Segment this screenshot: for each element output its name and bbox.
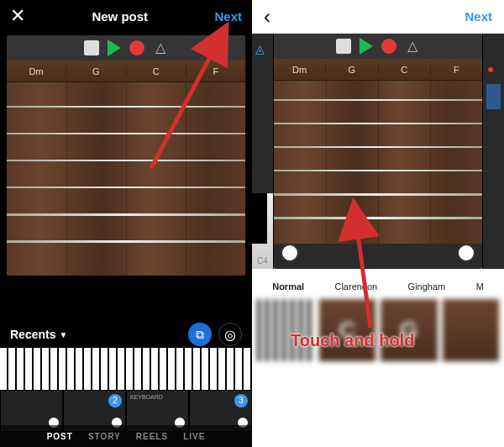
- next-button[interactable]: Next: [214, 9, 242, 24]
- fretboard: [274, 81, 482, 244]
- right-header: ‹ Next: [252, 0, 504, 34]
- transport-controls: [274, 34, 482, 59]
- chord-label: G: [66, 66, 126, 76]
- record-icon[interactable]: [129, 40, 144, 55]
- album-picker-bar: Recents ▼: [0, 321, 252, 348]
- selection-badge: 3: [234, 394, 248, 408]
- annotation-text: Touch and hold: [291, 331, 414, 350]
- chord-label: Dm: [7, 66, 66, 76]
- tab-reels[interactable]: REELS: [136, 432, 168, 441]
- stop-icon[interactable]: [84, 40, 99, 55]
- guitar-preview: Dm G C F: [7, 35, 245, 276]
- keyboard-label: KEYBOARD: [130, 394, 163, 400]
- next-media-peek[interactable]: [482, 34, 504, 269]
- volume-knob-icon[interactable]: [281, 244, 299, 262]
- filter-thumb[interactable]: G: [381, 299, 438, 361]
- track-region: [486, 84, 501, 109]
- gallery: 2 KEYBOARD 3 POST STORY REELS LIVE: [0, 348, 252, 447]
- multi-select-icon[interactable]: [188, 323, 212, 346]
- media-preview[interactable]: Dm G C F: [7, 35, 245, 276]
- tab-post[interactable]: POST: [47, 432, 73, 441]
- filter-labels: Normal Clarendon Gingham M: [252, 274, 504, 299]
- chord-label: C: [127, 66, 186, 76]
- transport-controls: [7, 35, 245, 60]
- record-dot-icon: [488, 67, 493, 72]
- chord-label: F: [431, 65, 482, 75]
- prev-media-peek[interactable]: ◬ C4: [252, 34, 274, 269]
- volume-knob-icon[interactable]: [457, 244, 475, 262]
- note-label: C4: [257, 256, 268, 266]
- filter-label-gingham[interactable]: Gingham: [408, 281, 446, 292]
- right-phone: ‹ Next ◬ C4 Dm G C: [252, 0, 504, 447]
- left-phone: ✕ New post Next Dm G C F: [0, 0, 252, 447]
- stop-icon[interactable]: [336, 39, 351, 54]
- chord-label: Dm: [274, 65, 326, 75]
- tuner-icon: ◬: [255, 42, 265, 55]
- chord-label: C: [379, 65, 431, 75]
- chord-bar: Dm G C F: [7, 60, 245, 82]
- filter-preview[interactable]: ◬ C4 Dm G C F: [252, 34, 504, 269]
- metronome-icon[interactable]: [153, 40, 168, 55]
- header-title: New post: [92, 9, 148, 24]
- tab-live[interactable]: LIVE: [183, 432, 205, 441]
- close-icon[interactable]: ✕: [10, 5, 25, 27]
- left-header: ✕ New post Next: [0, 0, 252, 32]
- selection-badge: 2: [108, 394, 122, 408]
- filter-thumb[interactable]: [443, 299, 500, 361]
- chord-label: G: [326, 65, 378, 75]
- back-icon[interactable]: ‹: [264, 5, 270, 29]
- recents-label: Recents: [10, 328, 55, 341]
- mode-tabs: POST STORY REELS LIVE: [0, 425, 252, 447]
- filter-thumbnails: C G: [252, 299, 504, 361]
- tab-story[interactable]: STORY: [88, 432, 121, 441]
- metronome-icon[interactable]: [405, 39, 420, 54]
- next-button[interactable]: Next: [465, 9, 492, 24]
- filter-label-normal[interactable]: Normal: [272, 281, 304, 292]
- gallery-thumb[interactable]: [0, 348, 252, 390]
- fretboard: [7, 82, 245, 276]
- play-icon[interactable]: [360, 38, 373, 55]
- filter-label-more[interactable]: M: [476, 281, 484, 292]
- filter-label-clarendon[interactable]: Clarendon: [334, 281, 377, 292]
- chevron-down-icon: ▼: [59, 330, 67, 339]
- recents-dropdown[interactable]: Recents ▼: [10, 328, 67, 341]
- chord-bar: Dm G C F: [274, 59, 482, 81]
- camera-icon[interactable]: [218, 323, 242, 346]
- filter-thumb[interactable]: C: [319, 299, 376, 361]
- filter-thumb[interactable]: [257, 299, 314, 361]
- guitar-preview: Dm G C F: [274, 34, 482, 269]
- chord-label: F: [186, 66, 245, 76]
- record-icon[interactable]: [381, 39, 396, 54]
- play-icon[interactable]: [108, 39, 121, 56]
